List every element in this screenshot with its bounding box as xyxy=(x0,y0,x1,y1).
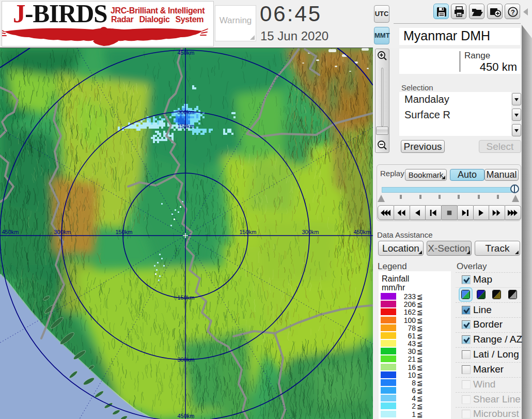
svg-text:450km: 450km xyxy=(177,413,194,419)
svg-text:450km: 450km xyxy=(177,50,194,56)
svg-text:300km: 300km xyxy=(177,356,194,363)
svg-text:300km: 300km xyxy=(302,229,319,235)
svg-text:450km: 450km xyxy=(2,229,19,235)
svg-text:?: ? xyxy=(511,8,515,16)
svg-text:150km: 150km xyxy=(115,229,132,235)
svg-text:150km: 150km xyxy=(177,294,194,301)
svg-text:300km: 300km xyxy=(54,229,71,235)
svg-text:300km: 300km xyxy=(177,109,194,115)
svg-text:450km: 450km xyxy=(353,229,370,235)
svg-text:150km: 150km xyxy=(177,123,194,129)
svg-text:150km: 150km xyxy=(239,229,256,235)
